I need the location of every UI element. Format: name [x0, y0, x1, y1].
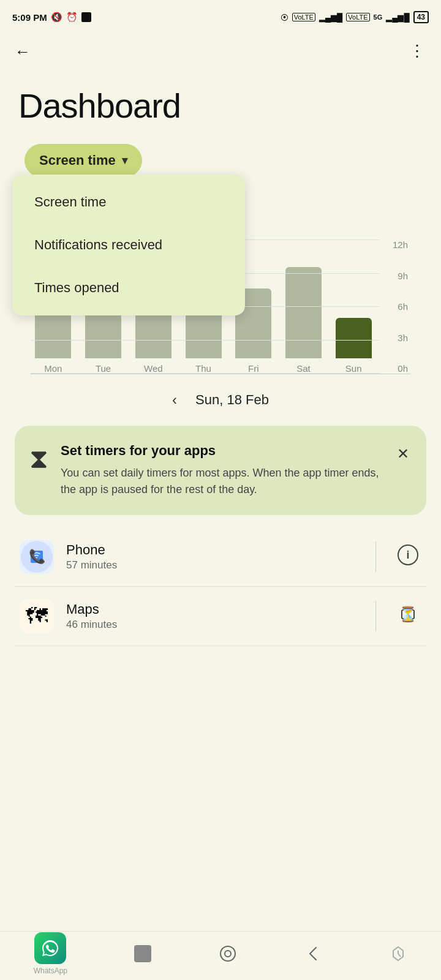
app-list: 📞 Phone 57 minutes i 🗺 Maps 46 minutes	[0, 527, 441, 646]
svg-text:📞: 📞	[29, 548, 46, 565]
y-label-6h: 6h	[398, 301, 408, 312]
phone-app-icon: 📞	[20, 540, 54, 574]
svg-point-8	[221, 946, 235, 961]
app-item-phone: 📞 Phone 57 minutes i	[15, 527, 426, 587]
timer-banner-title: Set timers for your apps	[61, 443, 382, 459]
status-left: 5:09 PM 🔇 ⏰	[12, 12, 91, 23]
timer-content: Set timers for your apps You can set dai…	[61, 443, 382, 498]
nav-stop[interactable]	[134, 945, 151, 962]
stop-icon	[81, 12, 91, 22]
nav-timer[interactable]	[389, 944, 407, 963]
maps-app-time: 46 minutes	[66, 619, 357, 631]
svg-text:🗺: 🗺	[26, 603, 48, 628]
maps-timer-button[interactable]: ⏳	[394, 601, 421, 632]
timer-banner: ⧗ Set timers for your apps You can set d…	[15, 426, 426, 515]
dropdown-arrow-icon: ▾	[122, 154, 127, 167]
more-menu-button[interactable]: ⋮	[409, 47, 426, 56]
alarm-icon: ⏰	[66, 12, 78, 23]
nav-timer-icon	[389, 944, 407, 963]
svg-line-11	[398, 954, 401, 957]
timer-banner-description: You can set daily timers for most apps. …	[61, 465, 382, 498]
top-bar: ← ⋮	[0, 32, 441, 71]
dropdown-button-label: Screen time	[39, 153, 116, 168]
y-axis-labels: 12h 9h 6h 3h 0h	[380, 239, 410, 374]
nav-whatsapp-label: WhatsApp	[34, 967, 67, 975]
nav-whatsapp[interactable]: WhatsApp	[34, 932, 67, 975]
volte-icon: VoLTE	[292, 13, 315, 21]
dropdown-option-times-opened[interactable]: Times opened	[12, 266, 245, 309]
bottom-navigation: WhatsApp	[0, 931, 441, 980]
nav-home-icon	[219, 944, 237, 963]
grid-line-0h	[31, 373, 380, 374]
maps-app-name: Maps	[66, 601, 357, 617]
dropdown-option-notifications[interactable]: Notifications received	[12, 224, 245, 266]
status-right: ⦿ VoLTE ▂▄▆█ VoLTE 5G ▂▄▆█ 43	[281, 11, 429, 23]
nav-home[interactable]	[219, 944, 237, 963]
svg-text:⏳: ⏳	[399, 605, 417, 623]
dropdown-menu: Screen time Notifications received Times…	[12, 175, 245, 315]
grid-line-3h	[31, 340, 380, 341]
date-prev-button[interactable]: ‹	[172, 391, 177, 409]
bluetooth-icon: ⦿	[281, 13, 288, 22]
timer-hourglass-icon: ⧗	[29, 445, 48, 472]
phone-app-name: Phone	[66, 542, 357, 558]
signal-5g: 5G	[374, 13, 383, 21]
svg-point-9	[225, 951, 231, 957]
battery-indicator: 43	[413, 11, 429, 23]
signal-icon-1: ▂▄▆█	[319, 13, 342, 22]
phone-app-info: Phone 57 minutes	[66, 542, 357, 571]
y-label-12h: 12h	[393, 239, 408, 250]
nav-stop-icon	[134, 945, 151, 962]
nav-back-icon	[304, 944, 322, 963]
status-time: 5:09 PM	[12, 12, 47, 23]
phone-app-time: 57 minutes	[66, 559, 357, 571]
nav-back[interactable]	[304, 944, 322, 963]
page-title-section: Dashboard	[0, 71, 441, 132]
whatsapp-icon	[34, 932, 66, 964]
phone-info-button[interactable]: i	[394, 541, 421, 573]
y-label-0h: 0h	[398, 363, 408, 374]
y-label-3h: 3h	[398, 333, 408, 343]
dropdown-option-screen-time[interactable]: Screen time	[12, 181, 245, 224]
y-label-9h: 9h	[398, 271, 408, 281]
svg-text:i: i	[406, 549, 409, 561]
chart-section: Screen time ▾ Screen time Notifications …	[0, 132, 441, 374]
phone-divider	[375, 541, 376, 572]
date-navigation: ‹ Sun, 18 Feb	[0, 374, 441, 426]
back-button[interactable]: ←	[15, 42, 31, 61]
maps-divider	[375, 601, 376, 631]
screen-time-dropdown-button[interactable]: Screen time ▾	[24, 144, 142, 177]
maps-app-icon: 🗺	[20, 599, 54, 633]
volte-icon-2: VoLTE	[346, 13, 369, 21]
timer-banner-close-button[interactable]: ✕	[394, 443, 412, 465]
status-bar: 5:09 PM 🔇 ⏰ ⦿ VoLTE ▂▄▆█ VoLTE 5G ▂▄▆█ 4…	[0, 0, 441, 32]
date-display: Sun, 18 Feb	[195, 392, 269, 408]
mute-icon: 🔇	[51, 12, 62, 23]
signal-icon-2: ▂▄▆█	[386, 13, 409, 22]
maps-app-info: Maps 46 minutes	[66, 601, 357, 631]
app-item-maps: 🗺 Maps 46 minutes ⏳	[15, 587, 426, 646]
page-title: Dashboard	[18, 86, 423, 126]
